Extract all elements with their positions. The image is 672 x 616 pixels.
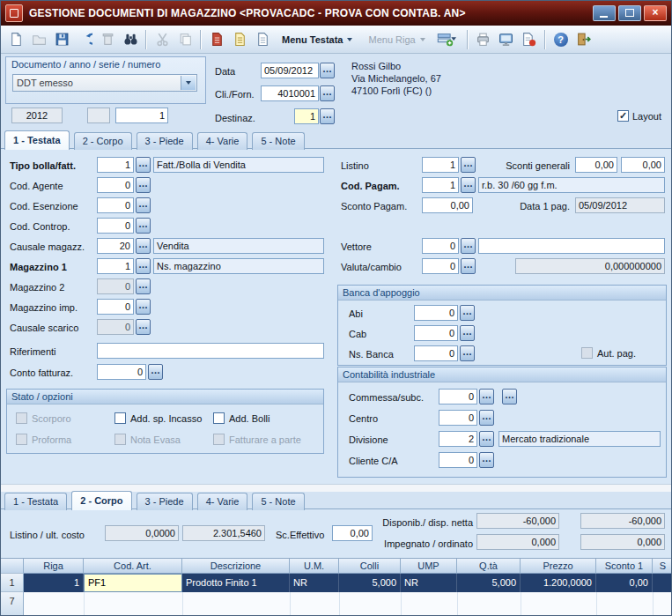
tipo-bolla-lookup-button[interactable] (136, 157, 151, 173)
add-bolli-checkbox[interactable] (213, 412, 225, 424)
grid-row-empty[interactable] (24, 592, 671, 616)
tab-corpo-bottom[interactable]: 2 - Corpo (71, 491, 131, 510)
divisione-code-field[interactable]: 2 (439, 431, 477, 447)
tab-piede[interactable]: 3 - Piede (137, 132, 193, 150)
minimize-button[interactable] (593, 5, 616, 21)
document-type-combo[interactable]: DDT emesso (12, 74, 197, 92)
tab-corpo[interactable]: 2 - Corpo (74, 132, 132, 150)
doc-year-field[interactable]: 2012 (11, 108, 63, 123)
row-selector[interactable]: 1 (1, 574, 24, 592)
white-document-icon[interactable] (251, 28, 274, 51)
valuta-cambio-code-field[interactable]: 0 (422, 258, 459, 274)
cod-controp-lookup-button[interactable] (136, 218, 151, 234)
cod-pagam-code-field[interactable]: 1 (422, 177, 459, 193)
sconti-generali-field-1[interactable]: 0,00 (575, 157, 617, 173)
tab-note[interactable]: 5 - Note (252, 132, 304, 150)
export-document-icon[interactable] (518, 28, 541, 51)
causale-magazz-code-field[interactable]: 20 (97, 238, 134, 254)
magazzino1-code-field[interactable]: 1 (97, 258, 134, 274)
magazzino-imp-lookup-button[interactable] (136, 299, 151, 315)
vettore-lookup-button[interactable] (461, 238, 476, 254)
combo-arrow-icon[interactable] (181, 76, 196, 90)
red-document-icon[interactable] (205, 28, 228, 51)
abi-lookup-button[interactable] (460, 305, 475, 321)
magazzino2-lookup-button[interactable] (136, 278, 151, 294)
conto-fatturaz-code-field[interactable]: 0 (97, 364, 146, 380)
destinaz-field[interactable]: 1 (294, 108, 319, 124)
riferimenti-field[interactable] (97, 343, 324, 359)
cod-agente-code-field[interactable]: 0 (97, 177, 134, 193)
sconto-pagam-field[interactable]: 0,00 (422, 197, 473, 213)
destinaz-lookup-button[interactable] (320, 108, 335, 124)
close-button[interactable] (644, 5, 667, 21)
cod-pagam-lookup-button[interactable] (461, 177, 476, 193)
undo-icon[interactable] (73, 28, 96, 51)
cell-qta[interactable]: 5,000 (457, 574, 521, 592)
cell-riga[interactable]: 1 (24, 574, 84, 592)
date-lookup-button[interactable] (320, 63, 335, 78)
commessa-code-field[interactable]: 0 (439, 389, 477, 404)
cell-colli[interactable]: 5,000 (339, 574, 401, 592)
ns-banca-code-field[interactable]: 0 (414, 345, 458, 361)
conto-fatturaz-lookup-button[interactable] (148, 364, 163, 380)
help-icon[interactable] (550, 28, 572, 51)
tab-testata[interactable]: 1 - Testata (4, 130, 70, 150)
cab-lookup-button[interactable] (460, 325, 475, 341)
find-icon[interactable] (119, 28, 142, 51)
cliente-ca-code-field[interactable]: 0 (439, 452, 477, 468)
magazzino-imp-code-field[interactable]: 0 (97, 299, 134, 315)
cli-forn-lookup-button[interactable] (320, 85, 335, 101)
exit-icon[interactable] (572, 28, 595, 51)
menu-testata-button[interactable]: Menu Testata (274, 29, 360, 50)
doc-serie-field[interactable] (87, 108, 110, 123)
rows-menu-icon[interactable] (433, 28, 463, 51)
listino-code-field[interactable]: 1 (422, 157, 459, 173)
cell-sconto1[interactable]: 0,00 (596, 574, 653, 592)
causale-scarico-lookup-button[interactable] (136, 319, 151, 335)
cab-code-field[interactable]: 0 (414, 325, 458, 341)
divisione-lookup-button[interactable] (479, 431, 494, 447)
vettore-code-field[interactable]: 0 (422, 238, 459, 254)
tab-varie-bottom[interactable]: 4- Varie (197, 493, 248, 510)
cell-descrizione[interactable]: Prodotto Finito 1 (182, 574, 290, 592)
sconti-generali-field-2[interactable]: 0,00 (621, 157, 665, 173)
tab-varie[interactable]: 4- Varie (197, 132, 248, 150)
subcommessa-lookup-button[interactable] (502, 389, 517, 404)
cell-ump[interactable]: NR (401, 574, 457, 592)
centro-lookup-button[interactable] (479, 410, 494, 426)
centro-code-field[interactable]: 0 (439, 410, 477, 426)
grid-row-selected[interactable]: 1 PF1 Prodotto Finito 1 NR 5,000 NR 5,00… (24, 574, 671, 592)
listino-lookup-button[interactable] (461, 157, 476, 173)
tipo-bolla-code-field[interactable]: 1 (97, 157, 134, 173)
doc-number-field[interactable]: 1 (115, 108, 168, 123)
date-field[interactable]: 05/09/2012 (261, 63, 319, 78)
next-row-selector[interactable]: 7 (1, 592, 24, 616)
print-preview-icon[interactable] (495, 28, 518, 51)
cod-controp-code-field[interactable]: 0 (97, 218, 134, 234)
abi-code-field[interactable]: 0 (414, 305, 458, 321)
new-document-icon[interactable] (4, 28, 27, 51)
tab-testata-bottom[interactable]: 1 - Testata (4, 493, 67, 510)
layout-checkbox[interactable] (617, 110, 629, 122)
maximize-button[interactable] (618, 5, 641, 21)
cod-esenzione-lookup-button[interactable] (136, 197, 151, 213)
save-icon[interactable] (50, 28, 73, 51)
valuta-cambio-lookup-button[interactable] (461, 258, 476, 274)
tab-note-bottom[interactable]: 5 - Note (252, 493, 304, 510)
cell-prezzo[interactable]: 1.200,0000 (521, 574, 596, 592)
cell-cod-art-edit[interactable]: PF1 (84, 574, 182, 592)
cell-sconto2[interactable] (653, 574, 671, 592)
causale-magazz-lookup-button[interactable] (136, 238, 151, 254)
cod-agente-lookup-button[interactable] (136, 177, 151, 193)
ns-banca-lookup-button[interactable] (460, 345, 475, 361)
add-sp-incasso-checkbox[interactable] (114, 412, 126, 424)
cod-esenzione-code-field[interactable]: 0 (97, 197, 134, 213)
cliente-ca-lookup-button[interactable] (479, 452, 494, 468)
print-icon[interactable] (472, 28, 495, 51)
magazzino1-lookup-button[interactable] (136, 258, 151, 274)
cli-forn-field[interactable]: 4010001 (261, 85, 319, 101)
commessa-lookup-button[interactable] (479, 389, 494, 404)
cell-um[interactable]: NR (290, 574, 339, 592)
yellow-document-icon[interactable] (228, 28, 251, 51)
tab-piede-bottom[interactable]: 3 - Piede (137, 493, 193, 510)
